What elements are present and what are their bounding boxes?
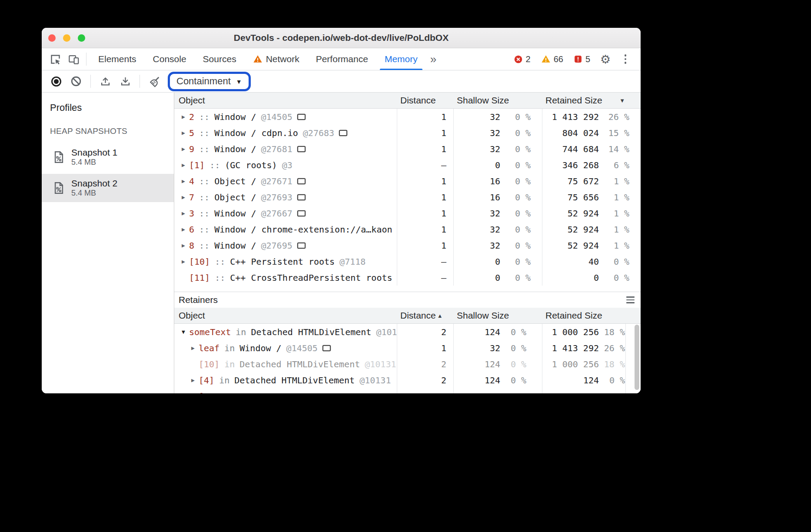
warning-count-badge[interactable]: 66 — [537, 54, 568, 64]
column-header-shallow-size[interactable]: Shallow Size — [453, 310, 542, 321]
take-snapshot-record-icon[interactable] — [47, 72, 65, 90]
heap-row[interactable]: ▶3::Window /@27667 1 320 % 52 9241 % — [174, 205, 641, 221]
expand-arrow-icon[interactable]: ▶ — [178, 146, 189, 152]
expand-arrow-icon[interactable]: ▶ — [178, 258, 189, 265]
heap-row[interactable]: ▶[11]::C++ CrossThreadPersistent roots –… — [174, 269, 641, 286]
sidebar-item-snapshot-1[interactable]: Snapshot 1 5.4 MB — [42, 143, 174, 171]
object-name: Object / — [214, 176, 256, 186]
expand-arrow-icon[interactable]: ▶ — [187, 393, 199, 393]
tab-performance[interactable]: Performance — [308, 48, 376, 70]
expand-arrow-icon[interactable]: ▶ — [187, 345, 199, 351]
object-id: @27693 — [261, 192, 292, 203]
retainers-menu-icon[interactable] — [626, 296, 635, 303]
tab-label: Elements — [98, 54, 136, 64]
tab-elements[interactable]: Elements — [90, 48, 145, 70]
column-header-retained-size[interactable]: Retained Size — [542, 310, 641, 321]
distance-value: 1 — [397, 237, 453, 253]
reveal-frame-icon[interactable] — [339, 129, 348, 137]
device-toolbar-icon[interactable] — [64, 50, 83, 68]
distance-value: 2 — [397, 356, 453, 372]
heap-row[interactable]: ▶[10]::C++ Persistent roots@7118 – 00 % … — [174, 253, 641, 269]
expand-arrow-icon[interactable]: ▶ — [178, 178, 189, 184]
close-window-button[interactable] — [48, 34, 56, 42]
expand-arrow-icon[interactable]: ▶ — [178, 113, 189, 120]
tab-memory[interactable]: Memory — [376, 48, 426, 70]
tab-network[interactable]: Network — [245, 48, 308, 70]
view-selector-dropdown[interactable]: Containment ▼ — [176, 76, 242, 87]
retainer-row[interactable]: ▼someTextinDetached HTMLDivElement@10131… — [174, 324, 641, 340]
expand-arrow-icon[interactable]: ▶ — [178, 130, 189, 136]
retained-size-value: 75 656 — [568, 192, 599, 203]
error-count-badge[interactable]: 2 — [509, 54, 535, 64]
shallow-size-percent: 0 % — [500, 192, 542, 203]
column-header-object[interactable]: Object — [174, 95, 397, 106]
object-index: [1] — [189, 160, 205, 170]
column-header-distance[interactable]: Distance — [397, 95, 453, 106]
object-index: 9 — [189, 144, 194, 154]
reveal-frame-icon[interactable] — [297, 193, 306, 201]
heap-row[interactable]: ▶6::Window / chrome-extension://a…kaon 1… — [174, 221, 641, 237]
column-header-retained-size[interactable]: Retained Size ▼ — [542, 95, 641, 106]
expand-arrow-icon[interactable]: ▶ — [178, 162, 189, 168]
shallow-size-percent: 0 % — [500, 359, 542, 369]
retained-size-value: 744 684 — [562, 144, 599, 154]
heap-row[interactable]: ▶7::Object /@27693 1 160 % 75 6561 % — [174, 189, 641, 205]
retainer-row[interactable]: ▶[4]inDetached HTMLDivElement@10131 2 12… — [174, 372, 641, 388]
clear-profiles-icon[interactable] — [67, 72, 85, 90]
retainer-row[interactable]: ▶leafinWindow /@14505 1 320 % 1 413 2922… — [174, 340, 641, 356]
reveal-frame-icon[interactable] — [322, 344, 331, 352]
issues-count-badge[interactable]: 5 — [569, 54, 595, 64]
expand-arrow-icon[interactable]: ▶ — [187, 377, 199, 383]
load-profile-upload-icon[interactable] — [96, 72, 114, 90]
heap-snapshots-section-label: HEAP SNAPSHOTS — [42, 126, 174, 136]
retained-size-value: 40 — [588, 256, 599, 267]
tab-sources[interactable]: Sources — [195, 48, 245, 70]
containment-table-header: Object Distance Shallow Size Retained Si… — [174, 93, 641, 109]
heap-row[interactable]: ▶4::Object /@27671 1 160 % 75 6721 % — [174, 173, 641, 189]
object-id: @14505 — [261, 112, 292, 122]
tab-console[interactable]: Console — [145, 48, 195, 70]
distance-value: – — [397, 157, 453, 173]
heap-row[interactable]: ▶8::Window /@27695 1 320 % 52 9241 % — [174, 237, 641, 253]
column-header-shallow-size[interactable]: Shallow Size — [453, 95, 542, 106]
annotation-highlight: Containment ▼ — [168, 72, 251, 91]
column-header-distance[interactable]: Distance ▲ — [397, 310, 453, 321]
retainer-row[interactable]: ▶[ — [174, 388, 641, 393]
expand-arrow-icon[interactable]: ▶ — [178, 242, 189, 249]
expand-arrow-icon[interactable]: ▶ — [178, 194, 189, 200]
tab-label: Console — [153, 54, 186, 64]
heap-row[interactable]: ▶9::Window /@27681 1 320 % 744 68414 % — [174, 141, 641, 157]
vertical-scrollbar-thumb[interactable] — [635, 325, 639, 390]
heap-row[interactable]: ▶2::Window /@14505 1 320 % 1 413 29226 % — [174, 109, 641, 125]
retainer-name: [4] — [199, 375, 214, 386]
object-name: Window / — [239, 343, 281, 353]
fullscreen-window-button[interactable] — [78, 34, 85, 42]
minimize-window-button[interactable] — [63, 34, 70, 42]
shallow-size-value: 0 — [495, 273, 500, 283]
object-name: (GC roots) — [225, 160, 277, 170]
shallow-size-percent: 0 % — [500, 375, 542, 386]
heap-row[interactable]: ▶[1]::(GC roots)@3 – 00 % 346 2686 % — [174, 157, 641, 173]
sidebar-item-snapshot-2[interactable]: Snapshot 2 5.4 MB — [42, 174, 174, 202]
expand-arrow-icon[interactable]: ▶ — [178, 226, 189, 233]
retained-size-value: 1 413 292 — [552, 343, 599, 353]
reveal-frame-icon[interactable] — [297, 242, 306, 249]
column-header-object[interactable]: Object — [174, 310, 397, 321]
reveal-frame-icon[interactable] — [297, 209, 306, 217]
settings-gear-icon[interactable]: ⚙ — [596, 50, 615, 68]
clean-garbage-broom-icon[interactable] — [145, 72, 163, 90]
save-profile-download-icon[interactable] — [116, 72, 134, 90]
more-tabs-button[interactable]: » — [426, 53, 441, 66]
reveal-frame-icon[interactable] — [297, 113, 306, 121]
heap-row[interactable]: ▶5::Window / cdpn.io@27683 1 320 % 804 0… — [174, 125, 641, 141]
reveal-frame-icon[interactable] — [297, 145, 306, 153]
reveal-frame-icon[interactable] — [297, 177, 306, 185]
inspect-element-icon[interactable] — [46, 50, 64, 68]
retainer-row[interactable]: ▶[10]inDetached HTMLDivElement@10131 2 1… — [174, 356, 641, 372]
object-name: Detached HTMLDivElement — [234, 375, 355, 386]
more-options-icon[interactable] — [616, 50, 635, 68]
shallow-size-value: 16 — [490, 192, 500, 203]
shallow-size-percent: 0 % — [500, 240, 542, 251]
collapse-arrow-icon[interactable]: ▼ — [178, 329, 189, 335]
expand-arrow-icon[interactable]: ▶ — [178, 210, 189, 216]
